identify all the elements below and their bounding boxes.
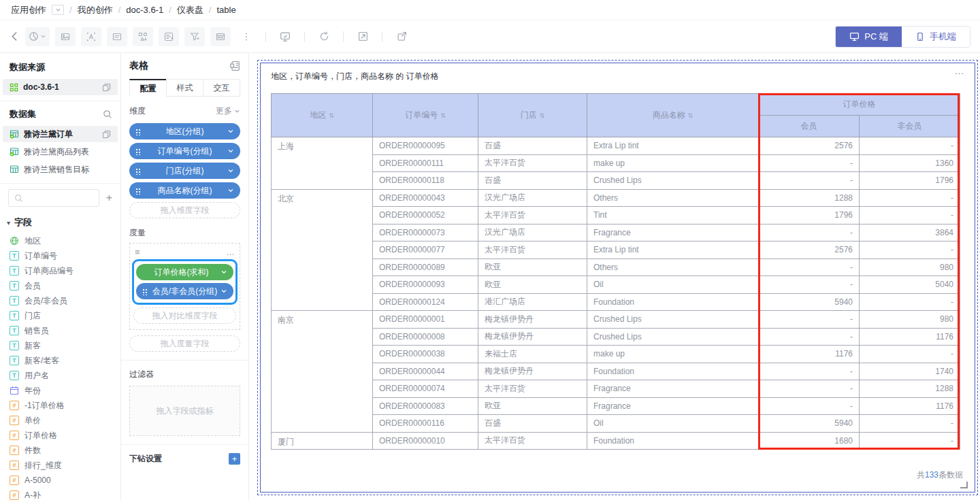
breadcrumb-item[interactable]: 我的创作 [78,4,113,16]
dataset-item[interactable]: 雅诗兰黛商品列表 [3,144,118,160]
field-caret-icon[interactable]: ▾ [7,219,10,227]
field-chip[interactable]: 订单价格(求和) [136,264,233,280]
sort-icon[interactable]: ⇅ [440,112,446,119]
field-item[interactable]: #A-5000 [0,473,120,488]
add-text-button[interactable] [81,27,101,46]
drag-handle-icon[interactable] [135,187,141,195]
menu-icon[interactable]: ≡ [135,247,140,257]
field-search-input[interactable] [8,189,99,207]
add-image-button[interactable] [55,27,76,46]
column-header-order[interactable]: 订单编号⇅ [373,94,478,137]
component-doc-icon[interactable] [229,61,240,71]
field-chip[interactable]: 商品名称(分组) [129,182,240,199]
field-item[interactable]: 年份 [0,383,120,398]
compare-drop-placeholder[interactable]: 拖入对比维度字段 [133,307,236,324]
field-chip[interactable]: 地区(分组) [129,123,240,139]
copy-icon[interactable] [102,83,111,92]
chevron-down-icon [227,187,234,194]
drill-add-button[interactable]: + [229,453,240,465]
field-chip[interactable]: 订单编号(分组) [129,143,240,159]
nonmember-price-cell: 1796 [860,172,960,190]
field-item[interactable]: #订单价格 [0,428,120,443]
table-row: ORDER00000073汉光广场店Fragrance-3864 [272,224,960,241]
breadcrumb-root[interactable]: 应用创作 [11,4,46,16]
column-header-member[interactable]: 会员 [759,116,860,137]
breadcrumb-item[interactable]: table [216,5,235,15]
share-button[interactable] [391,27,412,46]
add-query-control-button[interactable] [159,27,179,46]
search-icon[interactable] [103,110,112,119]
drag-handle-icon[interactable] [135,167,141,175]
field-item[interactable]: T用户名 [0,368,120,383]
fullscreen-button[interactable] [353,27,373,46]
field-item[interactable]: T销售员 [0,323,120,338]
field-item[interactable]: T新客 [0,338,120,353]
product-cell: Foundation [587,363,759,380]
refresh-button[interactable] [314,27,334,46]
add-filter-button[interactable] [184,27,205,46]
column-group-header-price[interactable]: 订单价格 [759,94,960,116]
filter-drop-zone[interactable]: 拖入字段或指标 [129,386,240,436]
text-field-icon: T [10,251,19,261]
sort-icon[interactable]: ⇅ [688,112,693,119]
field-item[interactable]: T新客/老客 [0,353,120,368]
drag-handle-icon[interactable] [135,148,141,155]
column-header-region[interactable]: 地区⇅ [272,94,373,137]
add-tab-widget-button[interactable] [210,27,231,46]
add-card-button[interactable] [107,27,127,46]
data-source-item[interactable]: doc-3.6-1 [3,79,118,95]
field-item[interactable]: 地区 [0,233,120,248]
pc-view-button[interactable]: PC 端 [836,27,902,47]
dashboard-canvas[interactable]: 地区，订单编号，门店，商品名称 的 订单价格 … 地区⇅ 订单编号⇅ 门店⇅ [249,53,980,500]
breadcrumb-item[interactable]: 仪表盘 [177,4,203,16]
store-cell: 梅龙镇伊势丹 [478,328,587,346]
mobile-view-button[interactable]: 手机端 [902,27,970,47]
resize-handle[interactable] [960,482,968,488]
back-button[interactable] [10,31,20,41]
measure-more-button[interactable]: … [226,247,235,257]
tab-交互[interactable]: 交互 [203,79,240,97]
field-item[interactable]: #A-补 [0,488,120,500]
field-item[interactable]: #单价 [0,413,120,428]
dimension-drop-placeholder[interactable]: 拖入维度字段 [129,202,240,218]
breadcrumb-caret[interactable] [52,5,64,15]
widget-more-button[interactable]: … [954,65,965,76]
field-item[interactable]: #-1订单价格 [0,398,120,413]
field-item[interactable]: #排行_维度 [0,458,120,473]
field-chip[interactable]: 门店(分组) [129,163,240,179]
measure-drop-placeholder[interactable]: 拖入度量字段 [129,335,240,352]
tab-样式[interactable]: 样式 [166,79,203,97]
column-header-store[interactable]: 门店⇅ [478,94,587,137]
field-item[interactable]: T门店 [0,308,120,323]
field-item[interactable]: T订单商品编号 [0,263,120,278]
sort-icon[interactable]: ⇅ [540,112,545,119]
datasource-grid-icon [10,83,18,92]
device-switch: PC 端 手机端 [835,26,970,48]
chevron-down-icon [220,288,227,295]
preview-button[interactable] [275,27,295,46]
add-chart-button[interactable] [25,27,50,46]
sort-icon[interactable]: ⇅ [329,112,334,119]
field-item[interactable]: T会员 [0,278,120,293]
dimension-more-button[interactable]: 更多 [216,105,240,117]
toolbar-more-button[interactable] [236,27,257,46]
breadcrumb-item[interactable]: doc-3.6-1 [126,5,163,15]
field-item[interactable]: T会员/非会员 [0,293,120,308]
dataset-item[interactable]: 雅诗兰黛销售目标 [3,161,118,178]
widget-selection-frame: 地区，订单编号，门店，商品名称 的 订单价格 … 地区⇅ 订单编号⇅ 门店⇅ [257,60,978,495]
field-item[interactable]: #件数 [0,443,120,458]
column-header-product[interactable]: 商品名称⇅ [587,94,759,137]
dataset-item[interactable]: 雅诗兰黛订单 [3,126,118,142]
copy-icon[interactable] [102,130,111,139]
add-component-button[interactable] [133,27,153,46]
field-chip[interactable]: 会员/非会员(分组) [136,283,233,299]
text-field-icon: T [10,371,19,380]
tab-配置[interactable]: 配置 [129,79,167,97]
column-header-nonmember[interactable]: 非会员 [860,116,960,137]
drag-handle-icon[interactable] [135,128,141,135]
drag-handle-icon[interactable] [142,288,148,295]
order-cell: ORDER00000118 [373,172,478,190]
field-item[interactable]: T订单编号 [0,248,120,263]
add-field-button[interactable]: + [106,193,112,203]
table-widget[interactable]: 地区，订单编号，门店，商品名称 的 订单价格 … 地区⇅ 订单编号⇅ 门店⇅ [260,63,975,493]
